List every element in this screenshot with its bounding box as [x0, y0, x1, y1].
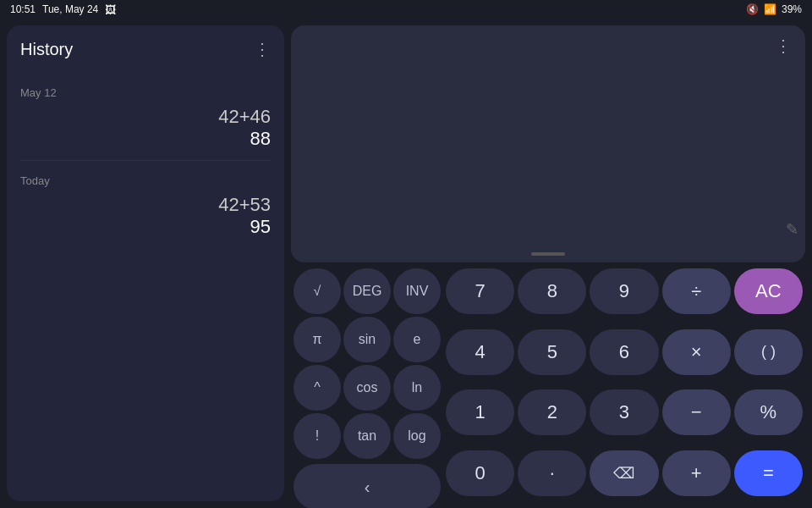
key-3[interactable]: 3 [590, 389, 658, 435]
history-entry-1[interactable]: 42+46 88 [20, 106, 271, 150]
key-8[interactable]: 8 [518, 268, 586, 314]
display-more-icon[interactable]: ⋮ [775, 36, 792, 56]
deg-key[interactable]: DEG [343, 268, 391, 314]
power-key[interactable]: ^ [294, 365, 341, 411]
pi-key[interactable]: π [294, 317, 341, 362]
key-6[interactable]: 6 [590, 329, 658, 375]
wifi-icon: 📶 [764, 3, 776, 15]
history-divider [20, 160, 271, 161]
cos-key[interactable]: cos [343, 365, 391, 411]
key-2[interactable]: 2 [518, 389, 586, 435]
key-multiply[interactable]: × [662, 329, 731, 375]
photo-icon: 🖼 [105, 3, 116, 16]
history-date-may12: May 12 [20, 86, 271, 99]
num-keys-grid: 7 8 9 ÷ AC 4 5 6 × ( ) 1 2 3 − % 0 · [443, 266, 805, 508]
inv-key[interactable]: INV [393, 268, 441, 314]
e-key[interactable]: e [393, 317, 441, 362]
history-panel: History ⋮ May 12 42+46 88 Today 42+53 95 [7, 25, 284, 501]
history-expr-2: 42+53 [20, 194, 271, 216]
key-backspace[interactable]: ⌫ [590, 450, 658, 496]
key-7[interactable]: 7 [446, 268, 514, 314]
sci-panel: √ DEG INV π sin e ^ cos ln ! tan log [291, 266, 443, 508]
key-equals[interactable]: = [734, 450, 803, 496]
history-expr-1: 42+46 [20, 106, 271, 128]
mute-icon: 🔇 [746, 3, 759, 15]
sci-keys-grid: √ DEG INV π sin e ^ cos ln ! tan log [291, 266, 443, 461]
sqrt-key[interactable]: √ [294, 268, 341, 314]
key-1[interactable]: 1 [446, 389, 514, 435]
keypad-area: √ DEG INV π sin e ^ cos ln ! tan log [291, 266, 805, 508]
factorial-key[interactable]: ! [294, 413, 341, 459]
main-layout: History ⋮ May 12 42+46 88 Today 42+53 95… [0, 19, 812, 508]
history-more-icon[interactable]: ⋮ [254, 39, 271, 59]
date-label: Tue, May 24 [42, 3, 98, 15]
history-content: May 12 42+46 88 Today 42+53 95 [7, 66, 284, 501]
calc-display: ⋮ ✎ [291, 25, 805, 262]
key-4[interactable]: 4 [446, 329, 514, 375]
edit-icon: ✎ [786, 220, 798, 239]
log-key[interactable]: log [393, 413, 441, 459]
key-plus[interactable]: + [662, 450, 731, 496]
history-result-2: 95 [20, 216, 271, 238]
back-chevron[interactable]: ‹ [294, 464, 441, 508]
time-label: 10:51 [10, 3, 36, 15]
sin-key[interactable]: sin [343, 317, 391, 362]
key-dot[interactable]: · [518, 450, 586, 496]
history-title: History [20, 40, 73, 59]
calc-panel: ⋮ ✎ √ DEG INV π sin e ^ cos [291, 25, 805, 501]
key-ac[interactable]: AC [734, 268, 803, 314]
drag-handle [531, 252, 565, 256]
history-date-today: Today [20, 174, 271, 187]
status-bar-right: 🔇 📶 39% [746, 3, 802, 15]
key-9[interactable]: 9 [590, 268, 658, 314]
history-header: History ⋮ [7, 25, 284, 66]
status-bar-left: 10:51 Tue, May 24 🖼 [10, 3, 116, 16]
ln-key[interactable]: ln [393, 365, 441, 411]
key-divide[interactable]: ÷ [662, 268, 731, 314]
key-0[interactable]: 0 [446, 450, 514, 496]
history-result-1: 88 [20, 128, 271, 150]
key-parens[interactable]: ( ) [734, 329, 803, 375]
battery-label: 39% [782, 3, 802, 15]
key-percent[interactable]: % [734, 389, 803, 435]
history-entry-2[interactable]: 42+53 95 [20, 194, 271, 238]
key-minus[interactable]: − [662, 389, 731, 435]
tan-key[interactable]: tan [343, 413, 391, 459]
key-5[interactable]: 5 [518, 329, 586, 375]
status-bar: 10:51 Tue, May 24 🖼 🔇 📶 39% [0, 0, 812, 19]
